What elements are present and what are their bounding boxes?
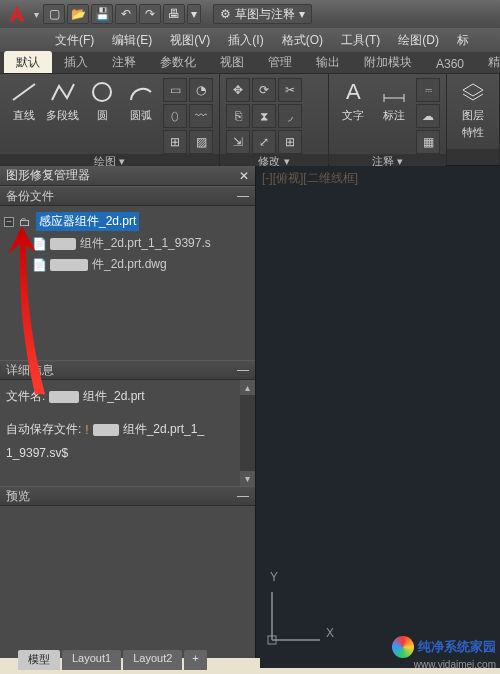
- draw-small-2[interactable]: ◔: [189, 78, 213, 102]
- tab-addins[interactable]: 附加模块: [352, 51, 424, 73]
- draw-small-5[interactable]: ⊞: [163, 130, 187, 154]
- ribbon-body: 直线 多段线 圆 圆弧 ▭ ◔ ⬯ 〰: [0, 74, 500, 166]
- view-label[interactable]: [-][俯视][二维线框]: [262, 170, 358, 187]
- tree-root-node[interactable]: – 🗀 感应器组件_2d.prt: [4, 210, 251, 233]
- filename-label: 文件名:: [6, 388, 45, 405]
- app-menu-icon[interactable]: [4, 3, 30, 25]
- tab-layout1[interactable]: Layout1: [62, 650, 121, 670]
- drawing-recovery-panel: 图形修复管理器 ✕ 备份文件 — – 🗀 感应器组件_2d.prt: [0, 166, 256, 674]
- autosave-label: 自动保存文件:: [6, 421, 81, 438]
- arc-button[interactable]: 圆弧: [124, 78, 159, 123]
- qat-undo-icon[interactable]: ↶: [115, 4, 137, 24]
- tree-root-label: 感应器组件_2d.prt: [36, 212, 139, 231]
- draw-small-6[interactable]: ▨: [189, 130, 213, 154]
- title-bar: ▾ ▢ 📂 💾 ↶ ↷ 🖶 ▾ ⚙ 草图与注释 ▾: [0, 0, 500, 28]
- modify-trim[interactable]: ✂: [278, 78, 302, 102]
- autosave-value-2: 1_9397.sv$: [6, 446, 68, 460]
- scroll-up-icon[interactable]: ▴: [240, 380, 255, 395]
- watermark-text: 纯净系统家园: [418, 638, 496, 656]
- menu-edit[interactable]: 编辑(E): [103, 28, 161, 53]
- modify-rotate[interactable]: ⟳: [252, 78, 276, 102]
- tab-a360[interactable]: A360: [424, 54, 476, 73]
- tab-insert[interactable]: 插入: [52, 51, 100, 73]
- app-menu-dropdown[interactable]: ▾: [34, 9, 39, 20]
- menu-draw[interactable]: 绘图(D): [389, 28, 448, 53]
- circle-button[interactable]: 圆: [85, 78, 120, 123]
- menu-format[interactable]: 格式(O): [273, 28, 332, 53]
- autosave-value-1: 组件_2d.prt_1_: [123, 421, 204, 438]
- modify-scale[interactable]: ⤢: [252, 130, 276, 154]
- svg-point-1: [93, 83, 111, 101]
- qat-open-icon[interactable]: 📂: [67, 4, 89, 24]
- details-section-title: 详细信息: [6, 362, 54, 379]
- menu-file[interactable]: 文件(F): [46, 28, 103, 53]
- modify-mirror[interactable]: ⧗: [252, 104, 276, 128]
- watermark-logo-icon: [392, 636, 414, 658]
- workspace-dropdown[interactable]: ⚙ 草图与注释 ▾: [213, 4, 312, 24]
- dwg-icon: 📄: [32, 258, 46, 272]
- layout-tabs: 模型 Layout1 Layout2 +: [18, 650, 207, 670]
- menu-tools[interactable]: 工具(T): [332, 28, 389, 53]
- tab-layout2[interactable]: Layout2: [123, 650, 182, 670]
- annot-small-3[interactable]: ▦: [416, 130, 440, 154]
- tree-child-1-label: 组件_2d.prt_1_1_9397.s: [80, 235, 211, 252]
- ucs-icon: Y X: [262, 570, 342, 650]
- preview-collapse-icon[interactable]: —: [237, 489, 249, 503]
- layers-label1: 图层: [462, 108, 484, 123]
- menu-view[interactable]: 视图(V): [161, 28, 219, 53]
- expand-toggle-icon[interactable]: –: [4, 217, 14, 227]
- tab-default[interactable]: 默认: [4, 51, 52, 73]
- annot-small-2[interactable]: ☁: [416, 104, 440, 128]
- draw-small-4[interactable]: 〰: [189, 104, 213, 128]
- menu-more[interactable]: 标: [448, 28, 478, 53]
- drawing-canvas[interactable]: [-][俯视][二维线框] Y X: [256, 166, 500, 674]
- tab-featured[interactable]: 精选应用: [476, 51, 500, 73]
- qat-redo-icon[interactable]: ↷: [139, 4, 161, 24]
- annot-small-1[interactable]: ⎓: [416, 78, 440, 102]
- line-button[interactable]: 直线: [6, 78, 41, 123]
- modify-stretch[interactable]: ⇲: [226, 130, 250, 154]
- folder-icon: 🗀: [18, 215, 32, 229]
- tab-parametric[interactable]: 参数化: [148, 51, 208, 73]
- text-button[interactable]: A 文字: [335, 78, 372, 123]
- draw-small-3[interactable]: ⬯: [163, 104, 187, 128]
- tab-model[interactable]: 模型: [18, 650, 60, 670]
- tab-output[interactable]: 输出: [304, 51, 352, 73]
- details-scrollbar[interactable]: ▴ ▾: [240, 380, 255, 486]
- circle-icon: [86, 78, 118, 106]
- qat-new-icon[interactable]: ▢: [43, 4, 65, 24]
- tree-child-2-label: 件_2d.prt.dwg: [92, 256, 167, 273]
- modify-array[interactable]: ⊞: [278, 130, 302, 154]
- polyline-button[interactable]: 多段线: [45, 78, 80, 123]
- filename-value: 组件_2d.prt: [83, 388, 144, 405]
- draw-small-1[interactable]: ▭: [163, 78, 187, 102]
- details-collapse-icon[interactable]: —: [237, 363, 249, 377]
- line-icon: [8, 78, 40, 106]
- tab-manage[interactable]: 管理: [256, 51, 304, 73]
- qat-print-icon[interactable]: 🖶: [163, 4, 185, 24]
- backup-collapse-icon[interactable]: —: [237, 189, 249, 203]
- polyline-icon: [47, 78, 79, 106]
- modify-move[interactable]: ✥: [226, 78, 250, 102]
- tree-child-1[interactable]: 📄 组件_2d.prt_1_1_9397.s: [32, 233, 251, 254]
- dim-button[interactable]: 标注: [376, 78, 413, 123]
- arc-icon: [125, 78, 157, 106]
- panel-title: 图形修复管理器: [6, 167, 90, 184]
- layers-button[interactable]: 图层 特性: [453, 78, 493, 140]
- ribbon-tab-strip: 默认 插入 注释 参数化 视图 管理 输出 附加模块 A360 精选应用: [0, 52, 500, 74]
- tab-add[interactable]: +: [184, 650, 206, 670]
- modify-copy[interactable]: ⎘: [226, 104, 250, 128]
- gear-icon: ⚙: [220, 7, 231, 21]
- tree-child-2[interactable]: 📄 件_2d.prt.dwg: [32, 254, 251, 275]
- menu-insert[interactable]: 插入(I): [219, 28, 272, 53]
- tab-annotate[interactable]: 注释: [100, 51, 148, 73]
- menu-bar: 文件(F) 编辑(E) 视图(V) 插入(I) 格式(O) 工具(T) 绘图(D…: [0, 28, 500, 52]
- scroll-down-icon[interactable]: ▾: [240, 471, 255, 486]
- panel-close-icon[interactable]: ✕: [239, 169, 249, 183]
- tab-view[interactable]: 视图: [208, 51, 256, 73]
- qat-save-icon[interactable]: 💾: [91, 4, 113, 24]
- qat-customize-icon[interactable]: ▾: [187, 4, 201, 24]
- backup-section-title: 备份文件: [6, 188, 54, 205]
- modify-fillet[interactable]: ◞: [278, 104, 302, 128]
- preview-section-title: 预览: [6, 488, 30, 505]
